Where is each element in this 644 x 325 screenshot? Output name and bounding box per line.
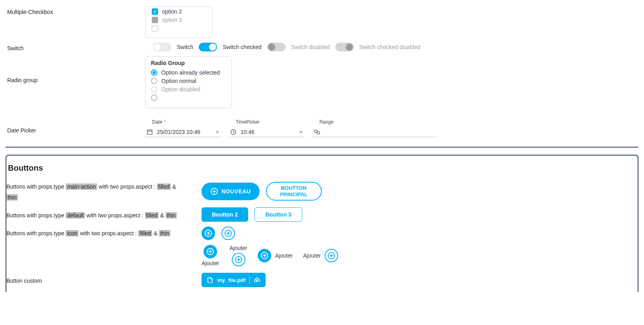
ajouter-group-filled-below: Ajouter <box>202 245 219 266</box>
switch-disabled <box>267 43 286 51</box>
boutton-3-button[interactable]: Boutton 3 <box>254 207 302 222</box>
radio-group-label: Radio group <box>6 56 145 83</box>
time-field-label: TimePicker <box>229 119 304 125</box>
default-buttons-desc: Buttons with props.type default with two… <box>6 209 190 221</box>
ajouter-label: Ajouter <box>202 260 219 266</box>
switch-on-label: Switch checked <box>223 44 261 50</box>
radio-group-card: Radio Group Option already selected Opti… <box>145 56 232 108</box>
time-input-value: 10:46 <box>241 129 296 135</box>
divider <box>249 276 250 284</box>
switch-off-label: Switch <box>177 44 193 50</box>
plus-circle-icon <box>235 256 243 264</box>
checkbox-option-empty[interactable] <box>152 25 158 32</box>
ajouter-icon-button-2[interactable] <box>232 253 245 266</box>
file-name-label: my_file.pdf <box>217 277 245 283</box>
file-download-button[interactable]: my_file.pdf <box>202 273 266 287</box>
plus-circle-icon <box>206 248 214 256</box>
ajouter-label: Ajouter <box>303 252 321 259</box>
plus-circle-icon <box>204 229 212 237</box>
date-input-value: 25/01/2023 10:46 <box>157 129 212 135</box>
switch-row-label: Switch <box>6 43 145 51</box>
cloud-download-icon <box>254 277 260 283</box>
checkbox-option-2-label: option 2 <box>162 8 182 15</box>
ajouter-group-thin-above: Ajouter <box>229 245 247 266</box>
ajouter-icon-button-4[interactable] <box>325 249 338 262</box>
clock-icon <box>230 129 237 135</box>
required-asterisk: * <box>164 119 166 125</box>
radio-option-3 <box>151 86 157 93</box>
ajouter-icon-button-1[interactable] <box>204 245 217 258</box>
nouveau-button[interactable]: NOUVEAU <box>202 183 260 200</box>
date-field-label: Date* <box>145 119 221 125</box>
icon-button-filled[interactable] <box>202 227 215 240</box>
radio-option-3-label: Option disabled <box>161 86 200 93</box>
radio-option-1-label: Option already selected <box>161 69 220 76</box>
range-field-label: Range <box>312 119 436 125</box>
radio-option-empty[interactable] <box>151 95 157 101</box>
ajouter-icon-button-3[interactable] <box>258 249 271 262</box>
plus-circle-icon <box>224 229 232 237</box>
switch-on[interactable] <box>199 43 217 51</box>
multiple-checkbox-label: Multiple-Checkbox <box>6 6 145 15</box>
time-clear-icon[interactable]: × <box>299 129 303 135</box>
switch-on-disabled-label: Switch checked disabled <box>359 44 420 50</box>
time-input[interactable]: 10:46 × <box>229 127 304 137</box>
main-action-desc: Buttons with props.type main-action with… <box>6 180 190 203</box>
ajouter-label: Ajouter <box>275 252 293 259</box>
boutton-principal-button[interactable]: BOUTTON PRINCIPAL <box>266 182 322 201</box>
icon-button-thin[interactable] <box>221 227 235 240</box>
plus-circle-icon <box>210 187 218 195</box>
ajouter-group-thin-left: Ajouter <box>303 249 338 262</box>
range-icon <box>314 129 320 135</box>
checkbox-option-3 <box>152 17 158 23</box>
icon-buttons-desc: Buttons with props.type icon with two pr… <box>6 227 190 239</box>
radio-option-2-label: Option normal <box>161 78 196 84</box>
plus-circle-icon <box>327 252 335 260</box>
date-picker-label: Date Picker <box>6 119 145 134</box>
switch-disabled-label: Switch disabled <box>291 44 330 50</box>
range-input[interactable] <box>312 127 436 137</box>
boutton-2-button[interactable]: Boutton 2 <box>202 207 248 222</box>
calendar-icon <box>147 129 153 135</box>
ajouter-label: Ajouter <box>229 245 247 251</box>
checkbox-option-3-label: option 3 <box>162 17 182 23</box>
switch-off[interactable] <box>153 43 171 51</box>
multiple-checkbox-card: option 2 option 3 <box>145 6 213 38</box>
date-input[interactable]: 25/01/2023 10:46 × <box>145 127 221 137</box>
switch-on-disabled <box>335 43 354 51</box>
radio-group-title: Radio Group <box>151 60 226 66</box>
radio-option-2[interactable] <box>151 78 157 84</box>
plus-circle-icon <box>260 252 268 260</box>
button-custom-label: Button custom <box>6 274 190 286</box>
checkbox-option-2[interactable] <box>152 8 158 15</box>
file-icon <box>207 277 213 283</box>
radio-option-1[interactable] <box>151 69 157 76</box>
ajouter-group-filled-right: Ajouter <box>258 249 293 262</box>
date-clear-icon[interactable]: × <box>216 129 219 135</box>
buttons-section-title: Bouttons <box>8 163 638 173</box>
